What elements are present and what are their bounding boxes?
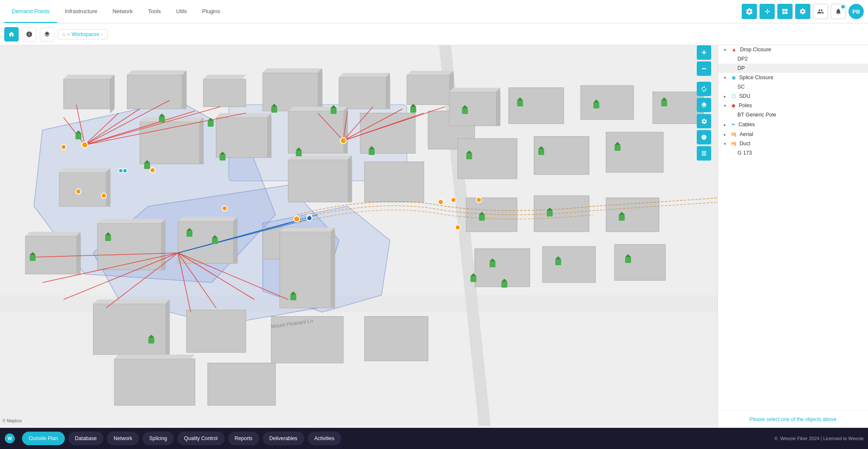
svg-marker-44 [76, 232, 81, 274]
people-btn[interactable] [813, 4, 828, 19]
activities-btn[interactable]: Activities [308, 432, 341, 445]
svg-rect-48 [178, 221, 237, 263]
svg-marker-57 [496, 88, 500, 126]
breadcrumb-home[interactable]: ⌂ [62, 31, 65, 37]
tree-item-bt-generic-pole[interactable]: BT Generic Pole [718, 110, 868, 119]
tab-tools[interactable]: Tools [140, 0, 168, 23]
zoom-out-btn[interactable]: − [697, 61, 711, 76]
network-btn[interactable]: Network [107, 432, 139, 445]
tree-item-cables[interactable]: ▸ ~ Cables [718, 119, 868, 130]
grid-view-btn[interactable] [777, 4, 793, 19]
svg-rect-147 [212, 238, 218, 244]
tree-label: DP [737, 65, 745, 71]
hexagon-icon: ⬡ [732, 93, 736, 99]
tree-item-sdu[interactable]: ▸ ⬡ SDU [718, 91, 868, 101]
svg-rect-181 [148, 338, 154, 344]
svg-point-115 [451, 197, 456, 202]
outside-plan-btn[interactable]: Outside Plan [22, 432, 65, 445]
aerial-icon: H| [732, 132, 736, 137]
user-avatar-btn[interactable]: PB [849, 4, 864, 19]
layers-btn[interactable] [697, 98, 711, 112]
tab-network[interactable]: Network [105, 0, 140, 23]
reports-btn[interactable]: Reports [228, 432, 259, 445]
tree-item-aerial[interactable]: ▸ H| Aerial [718, 130, 868, 139]
breadcrumb-sep1: » [67, 31, 70, 37]
tree-item-poles[interactable]: ▾ ◆ Poles [718, 101, 868, 110]
tab-utils[interactable]: Utils [169, 0, 195, 23]
bell-btn[interactable] [831, 4, 846, 19]
camera-icon-btn[interactable] [742, 4, 757, 19]
svg-rect-35 [59, 172, 110, 206]
tree-item-dp[interactable]: DP [718, 64, 868, 73]
svg-marker-19 [339, 73, 390, 77]
svg-marker-22 [407, 71, 453, 75]
circle-icon: ◉ [732, 75, 736, 80]
svg-marker-9 [110, 75, 114, 113]
tree-label: Duct [740, 141, 751, 147]
svg-rect-30 [288, 111, 348, 153]
tree-label: Cables [738, 122, 755, 127]
svg-rect-58 [509, 88, 564, 124]
settings-map-btn[interactable] [697, 114, 711, 128]
duct-icon: H| [732, 141, 736, 146]
info-map-btn[interactable] [22, 27, 36, 42]
tree-item-g173[interactable]: G 173 [718, 148, 868, 158]
zoom-in-btn[interactable]: + [697, 45, 711, 60]
breadcrumb-workspaces[interactable]: Workspaces [72, 31, 100, 37]
svg-marker-50 [233, 217, 237, 263]
splicing-btn[interactable]: Splicing [142, 432, 174, 445]
svg-rect-76 [114, 359, 195, 405]
svg-marker-11 [127, 71, 186, 75]
inspector-footer: Please select one of the objects above [718, 410, 868, 428]
gear-btn[interactable] [795, 4, 810, 19]
svg-rect-66 [606, 198, 659, 232]
svg-rect-13 [203, 79, 246, 107]
nav-tabs: Demand Points Infrastructure Network Too… [0, 0, 228, 23]
svg-marker-14 [203, 75, 246, 79]
status-icon: © [774, 436, 778, 441]
svg-rect-7 [64, 79, 110, 109]
chevron-down-icon: ▾ [724, 75, 729, 80]
svg-rect-153 [517, 100, 523, 106]
svg-rect-62 [534, 136, 589, 175]
rotate-btn[interactable] [697, 82, 711, 96]
svg-rect-139 [369, 149, 375, 155]
triangle-icon: ▲ [732, 47, 737, 53]
svg-marker-17 [318, 69, 322, 111]
svg-rect-163 [615, 145, 620, 151]
svg-rect-175 [625, 257, 631, 263]
tree-item-duct[interactable]: ▾ H| Duct [718, 139, 868, 148]
tree-label: Splice Closure [739, 75, 773, 80]
tree-item-splice-closure[interactable]: ▾ ◉ Splice Closure [718, 73, 868, 82]
home-map-btn[interactable] [4, 27, 19, 42]
tree-item-sc[interactable]: SC [718, 82, 868, 91]
quality-control-btn[interactable]: Quality Control [177, 432, 224, 445]
table-map-btn[interactable] [697, 146, 711, 161]
svg-point-119 [123, 169, 127, 173]
tree-item-dp2[interactable]: DP2 [718, 54, 868, 64]
mapbox-attribution: © Mapbox [3, 419, 22, 423]
map-svg: Mount Pleasant Ln [0, 45, 718, 426]
nav-right-controls: ✛ PB [742, 4, 868, 19]
svg-rect-63 [606, 132, 663, 172]
bottom-status: © Weezie Fiber 2024 | Licensed to Weezie [774, 436, 864, 441]
svg-point-107 [76, 189, 81, 194]
map-container[interactable]: Mount Pleasant Ln © Mapbox [0, 45, 718, 426]
svg-rect-155 [593, 103, 599, 108]
tab-demand-points[interactable]: Demand Points [4, 0, 57, 23]
info-map-btn[interactable] [697, 130, 711, 144]
top-navigation: Demand Points Infrastructure Network Too… [0, 0, 868, 23]
deliverables-btn[interactable]: Deliverables [263, 432, 304, 445]
svg-rect-70 [93, 304, 170, 355]
database-btn[interactable]: Database [68, 432, 103, 445]
tab-infrastructure[interactable]: Infrastructure [57, 0, 105, 23]
tree-item-drop-closure[interactable]: ▾ ▲ Drop Closure [718, 45, 868, 54]
layers-map-btn[interactable] [40, 27, 54, 42]
svg-marker-43 [25, 232, 81, 236]
cable-icon: ~ [732, 121, 735, 128]
svg-rect-21 [407, 75, 453, 105]
svg-rect-143 [105, 235, 111, 241]
svg-marker-56 [449, 88, 500, 92]
plus-cross-btn[interactable]: ✛ [760, 4, 775, 19]
tab-plugins[interactable]: Plugins [195, 0, 228, 23]
